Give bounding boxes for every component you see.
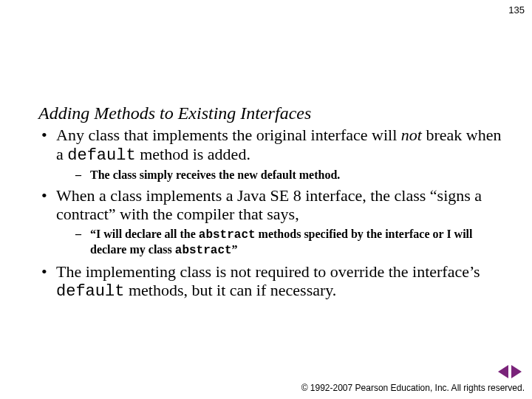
next-icon[interactable] [511,365,522,378]
text: method is added. [136,145,250,163]
bullet-item: The implementing class is not required t… [38,262,510,301]
prev-icon[interactable] [498,365,508,378]
slide-heading: Adding Methods to Existing Interfaces [38,103,510,123]
emphasis: not [401,126,422,144]
sub-list: “I will declare all the abstract methods… [56,227,510,258]
code-text: default [56,282,124,301]
sub-item: The class simply receives the new defaul… [56,168,510,182]
text: When a class implements a Java SE 8 inte… [56,186,482,223]
nav-controls [498,365,522,378]
code-text: default [67,146,135,165]
code-text: abstract [175,244,232,257]
sub-list: The class simply receives the new defaul… [56,168,510,182]
text: The implementing class is not required t… [56,262,480,281]
sub-item: “I will declare all the abstract methods… [56,227,510,258]
text: methods, but it can if necessary. [124,281,336,299]
bullet-item: Any class that implements the original i… [38,126,510,182]
bullet-item: When a class implements a Java SE 8 inte… [38,186,510,258]
slide-content: Adding Methods to Existing Interfaces An… [38,103,510,304]
page-number: 135 [508,4,525,16]
code-text: abstract [199,228,256,242]
text: “I will declare all the [90,228,199,240]
bullet-list: Any class that implements the original i… [38,126,510,301]
copyright-footer: © 1992-2007 Pearson Education, Inc. All … [301,383,525,393]
text: Any class that implements the original i… [56,126,401,144]
text: ” [232,243,238,256]
